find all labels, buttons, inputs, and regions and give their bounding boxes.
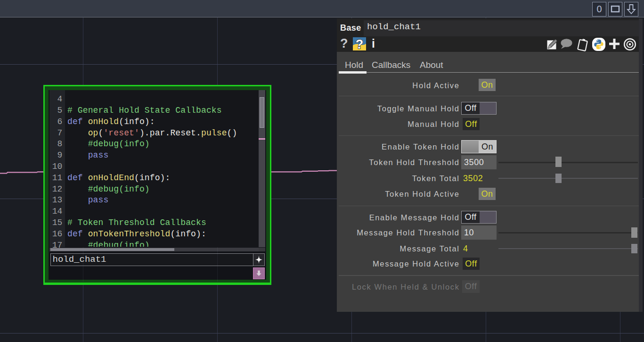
- svg-text:?: ?: [356, 37, 364, 50]
